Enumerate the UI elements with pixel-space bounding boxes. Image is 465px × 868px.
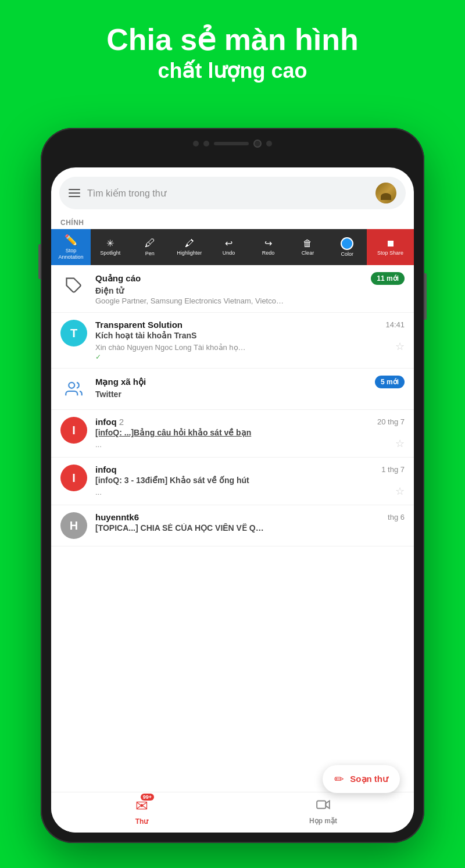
video-icon bbox=[316, 799, 331, 814]
email-content-huyen: huyenntk6 thg 6 [TOPICA...] CHIA SẺ CỦA … bbox=[95, 512, 405, 533]
badge-social: 5 mới bbox=[375, 376, 405, 388]
email-time-huyen: thg 6 bbox=[388, 513, 405, 521]
redo-label: Redo bbox=[262, 250, 275, 256]
redo-button[interactable]: ↪ Redo bbox=[249, 229, 288, 265]
checkmark-transparent: ✓ bbox=[95, 353, 405, 361]
undo-label: Undo bbox=[223, 250, 235, 256]
page-header: Chia sẻ màn hình chất lượng cao bbox=[0, 0, 465, 95]
star-icon-infoq2[interactable]: ☆ bbox=[395, 485, 405, 498]
email-avatar-quang-cao bbox=[60, 272, 87, 299]
notch-dot-2 bbox=[203, 141, 209, 147]
svg-rect-2 bbox=[317, 801, 326, 808]
pen-icon: 🖊 bbox=[145, 237, 155, 249]
clear-button[interactable]: 🗑 Clear bbox=[288, 229, 327, 265]
email-sender-social: Mạng xã hội bbox=[95, 377, 146, 387]
nav-icon-wrap-thu: ✉ 99+ bbox=[135, 797, 148, 815]
email-item-social[interactable]: Mạng xã hội 5 mới Twitter bbox=[51, 369, 414, 410]
notch-speaker bbox=[214, 142, 249, 145]
hamburger-line-1 bbox=[69, 189, 80, 190]
hamburger-menu-icon[interactable] bbox=[69, 189, 80, 197]
phone-screen: Tìm kiếm trong thư CHÍNH ✏️ StopAnnotati… bbox=[51, 167, 414, 833]
svg-point-1 bbox=[69, 383, 74, 388]
search-bar[interactable]: Tìm kiếm trong thư bbox=[59, 177, 406, 209]
notch-dot-1 bbox=[193, 141, 199, 147]
email-content-infoq2: infoq 1 thg 7 [infoQ: 3 - 13điểm] Khảo s… bbox=[95, 465, 405, 498]
redo-icon: ↪ bbox=[264, 238, 272, 249]
email-item-huyen[interactable]: H huyenntk6 thg 6 [TOPICA...] CHIA SẺ CỦ… bbox=[51, 505, 414, 546]
email-item-infoq2[interactable]: I infoq 1 thg 7 [infoQ: 3 - 13điểm] Khảo… bbox=[51, 458, 414, 505]
email-avatar-huyen: H bbox=[60, 512, 87, 539]
fab-compose-button[interactable]: ✏ Soạn thư bbox=[323, 765, 400, 793]
svg-marker-3 bbox=[326, 801, 330, 808]
email-subject-infoq2: [infoQ: 3 - 13điểm] Khảo sát về ống hút bbox=[95, 476, 405, 485]
clear-label: Clear bbox=[302, 250, 314, 256]
spotlight-button[interactable]: ✳ Spotlight bbox=[91, 229, 130, 265]
email-item-transparent[interactable]: T Transparent Solution 14:41 Kích hoạt t… bbox=[51, 313, 414, 369]
stop-annotation-label: StopAnnotation bbox=[58, 248, 83, 260]
stop-share-label: Stop Share bbox=[377, 250, 403, 256]
nav-item-thu[interactable]: ✉ 99+ Thư bbox=[51, 797, 233, 826]
email-avatar-infoq2: I bbox=[60, 465, 87, 491]
star-icon-transparent[interactable]: ☆ bbox=[395, 340, 405, 353]
email-preview-quang-cao: Google Partner, Samsung Electronics Viet… bbox=[95, 297, 405, 305]
email-avatar-transparent: T bbox=[60, 320, 87, 347]
page-title-main: Chia sẻ màn hình bbox=[0, 23, 465, 56]
email-time-transparent: 14:41 bbox=[385, 320, 405, 329]
email-time-infoq1: 20 thg 7 bbox=[377, 417, 405, 426]
email-subject-quang-cao: Điện tử bbox=[95, 286, 405, 295]
nav-item-hop-mat[interactable]: Họp mặt bbox=[233, 798, 414, 825]
email-sender-infoq1: infoq 2 bbox=[95, 417, 124, 427]
email-header-infoq2: infoq 1 thg 7 bbox=[95, 465, 405, 474]
email-subject-infoq1: [infoQ: ...]Bảng câu hỏi khảo sát về bạn bbox=[95, 428, 405, 437]
highlighter-icon: 🖍 bbox=[185, 238, 194, 249]
hamburger-line-2 bbox=[69, 192, 80, 194]
email-sender-transparent: Transparent Solution bbox=[95, 320, 183, 330]
undo-button[interactable]: ↩ Undo bbox=[209, 229, 249, 265]
email-item-infoq1[interactable]: I infoq 2 20 thg 7 [infoQ: ...]Bảng câu … bbox=[51, 410, 414, 458]
email-preview-infoq1: ... bbox=[95, 440, 102, 449]
badge-quang-cao: 11 mới bbox=[371, 272, 405, 285]
phone-notch bbox=[174, 135, 291, 152]
annotation-toolbar: ✏️ StopAnnotation ✳ Spotlight 🖊 Pen bbox=[51, 229, 414, 265]
volume-button bbox=[38, 244, 41, 279]
color-circle-icon bbox=[341, 237, 353, 250]
email-content-transparent: Transparent Solution 14:41 Kích hoạt tài… bbox=[95, 320, 405, 361]
email-avatar-infoq1: I bbox=[60, 417, 87, 444]
screen-content: Tìm kiếm trong thư CHÍNH ✏️ StopAnnotati… bbox=[51, 167, 414, 833]
nav-label-hop-mat: Họp mặt bbox=[309, 817, 337, 825]
email-list: Quảng cáo 11 mới Điện tử Google Partner,… bbox=[51, 265, 414, 792]
email-header-huyen: huyenntk6 thg 6 bbox=[95, 512, 405, 522]
color-button[interactable]: Color bbox=[327, 229, 367, 265]
hamburger-line-3 bbox=[69, 196, 80, 197]
star-icon-infoq1[interactable]: ☆ bbox=[395, 437, 405, 450]
email-item-quang-cao[interactable]: Quảng cáo 11 mới Điện tử Google Partner,… bbox=[51, 265, 414, 313]
nav-label-thu: Thư bbox=[135, 817, 149, 826]
nav-icon-wrap-hop-mat bbox=[316, 798, 331, 815]
email-sender-quang-cao: Quảng cáo bbox=[95, 273, 141, 284]
email-sender-huyen: huyenntk6 bbox=[95, 512, 139, 522]
stop-annotation-icon: ✏️ bbox=[65, 234, 77, 247]
clear-icon: 🗑 bbox=[303, 238, 312, 249]
highlighter-label: Highlighter bbox=[177, 250, 202, 256]
section-label: CHÍNH bbox=[51, 215, 414, 229]
email-header-quang-cao: Quảng cáo 11 mới bbox=[95, 272, 405, 285]
pen-button[interactable]: 🖊 Pen bbox=[130, 229, 170, 265]
power-button bbox=[424, 273, 427, 320]
color-label: Color bbox=[341, 251, 354, 258]
spotlight-label: Spotlight bbox=[100, 250, 120, 256]
email-preview-transparent: Xin chào Nguyen Ngoc Long Tài khoản họ… bbox=[95, 343, 246, 352]
avatar[interactable] bbox=[375, 183, 396, 203]
email-header-transparent: Transparent Solution 14:41 bbox=[95, 320, 405, 330]
email-subject-social: Twitter bbox=[95, 390, 405, 399]
avatar-image bbox=[375, 183, 396, 203]
pen-label: Pen bbox=[145, 251, 155, 257]
stop-annotation-button[interactable]: ✏️ StopAnnotation bbox=[51, 229, 91, 265]
mail-badge: 99+ bbox=[141, 794, 154, 801]
compose-label: Soạn thư bbox=[350, 774, 388, 784]
search-input[interactable]: Tìm kiếm trong thư bbox=[87, 188, 369, 199]
phone-frame: Tìm kiếm trong thư CHÍNH ✏️ StopAnnotati… bbox=[41, 128, 424, 843]
compose-pencil-icon: ✏ bbox=[334, 772, 344, 786]
stop-share-button[interactable]: ⏹ Stop Share bbox=[367, 229, 414, 265]
email-sender-infoq2: infoq bbox=[95, 465, 117, 474]
highlighter-button[interactable]: 🖍 Highlighter bbox=[170, 229, 209, 265]
